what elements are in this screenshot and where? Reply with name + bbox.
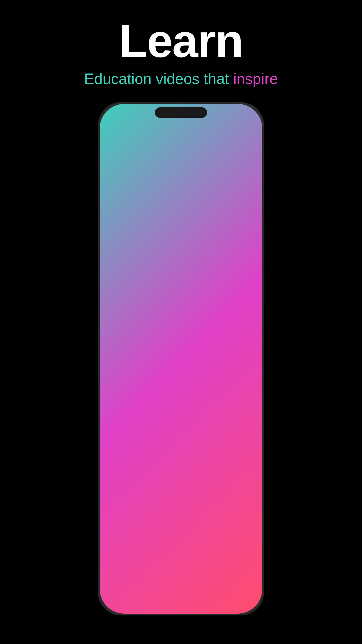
video-text-overlay: can you identify this egg? xyxy=(107,134,238,181)
me-icon xyxy=(236,584,249,597)
nav-item-home[interactable]: Home xyxy=(104,584,135,604)
nav-item-inbox[interactable]: 19 Inbox xyxy=(196,584,227,604)
creator-username[interactable]: @scifans xyxy=(106,515,232,524)
create-plus-btn[interactable] xyxy=(171,587,191,602)
follow-plus-badge[interactable]: + xyxy=(239,401,249,411)
nav-item-discover[interactable]: Discover xyxy=(135,584,166,604)
music-disc xyxy=(234,522,255,542)
header-section: Learn Education videos that inspire xyxy=(0,0,362,99)
inbox-badge: 19 xyxy=(212,582,221,590)
comment-count: 41 xyxy=(240,472,248,480)
me-label: Me xyxy=(239,598,246,604)
music-text: original sound · scifans xyxy=(112,538,178,545)
subtitle-start: Education videos that xyxy=(84,70,233,87)
inbox-label: Inbox xyxy=(205,598,218,604)
music-info: ♪ original sound · scifans xyxy=(106,538,232,545)
nav-item-me[interactable]: Me xyxy=(227,584,258,604)
for-you-label[interactable]: For You xyxy=(195,121,225,130)
video-area[interactable]: Following For You can you identify this … xyxy=(101,105,261,580)
home-icon xyxy=(113,584,126,597)
video-bottom-info: @scifans Today I learned... ♪ original s… xyxy=(106,515,232,545)
inbox-icon-wrapper: 19 xyxy=(205,584,218,597)
discover-icon xyxy=(144,584,157,597)
share-icon xyxy=(234,485,255,506)
creator-avatar-btn[interactable]: + xyxy=(233,384,256,408)
home-label: Home xyxy=(112,598,126,604)
svg-point-2 xyxy=(241,587,245,590)
subtitle-highlight: inspire xyxy=(233,70,278,87)
discover-label: Discover xyxy=(140,598,160,604)
svg-point-0 xyxy=(146,587,153,594)
music-disc-inner xyxy=(237,524,252,540)
follow-plus-icon: + xyxy=(242,402,246,410)
share-action[interactable]: 13 xyxy=(234,485,255,516)
main-title: Learn xyxy=(0,18,362,64)
following-label[interactable]: Following xyxy=(137,121,175,130)
phone-screen: Following For You can you identify this … xyxy=(101,105,261,612)
music-note-icon: ♪ xyxy=(106,538,109,545)
nav-item-create[interactable] xyxy=(166,587,196,602)
like-action[interactable]: 704K xyxy=(234,413,255,444)
phone-notch xyxy=(155,107,207,118)
svg-line-1 xyxy=(152,593,154,595)
comment-action[interactable]: 41 xyxy=(234,449,255,480)
right-actions: + 704K xyxy=(233,384,256,542)
egg-question-text: can you identify this egg? xyxy=(121,141,223,173)
egg-question-box: can you identify this egg? xyxy=(107,134,238,181)
video-description: Today I learned... xyxy=(106,527,232,535)
bottom-nav: Home Discover xyxy=(101,580,261,612)
share-count: 13 xyxy=(240,508,248,516)
heart-icon xyxy=(234,413,255,434)
like-count: 704K xyxy=(236,436,252,444)
phone-wrapper: Following For You can you identify this … xyxy=(98,102,264,615)
live-dot xyxy=(184,124,187,127)
subtitle: Education videos that inspire xyxy=(0,70,362,88)
video-top-nav: Following For You xyxy=(101,121,261,130)
comment-icon xyxy=(234,449,255,470)
